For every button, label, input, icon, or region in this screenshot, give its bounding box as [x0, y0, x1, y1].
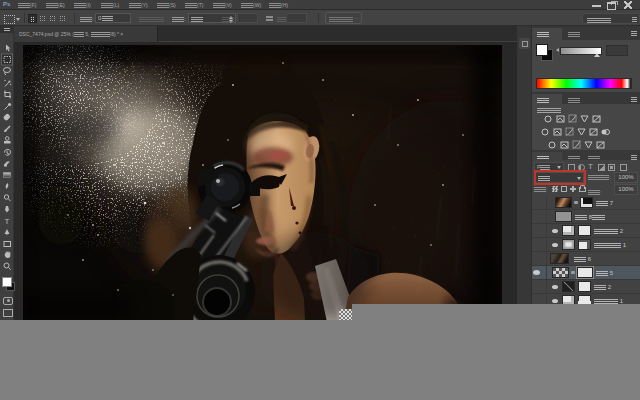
svg-text:T: T — [5, 217, 10, 226]
